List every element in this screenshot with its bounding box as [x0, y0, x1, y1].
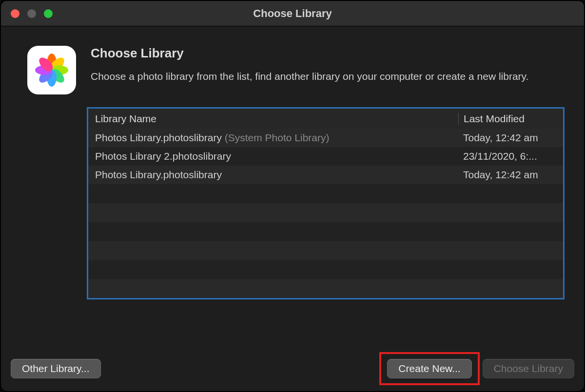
column-header-name[interactable]: Library Name [95, 113, 458, 125]
table-row[interactable]: Photos Library.photoslibrary (System Pho… [88, 129, 563, 147]
table-row-empty [88, 241, 563, 260]
table-row[interactable]: Photos Library.photoslibrary Today, 12:4… [88, 166, 563, 184]
table-row[interactable]: Photos Library 2.photoslibrary 23/11/202… [88, 147, 563, 166]
traffic-lights [1, 9, 53, 18]
choose-library-window: Choose Library [1, 1, 584, 391]
choose-library-button[interactable]: Choose Library [483, 359, 574, 378]
library-name-cell: Photos Library 2.photoslibrary [95, 150, 458, 162]
table-row-empty [88, 184, 563, 203]
dialog-title: Choose Library [91, 46, 565, 61]
library-table[interactable]: Library Name Last Modified Photos Librar… [87, 107, 565, 299]
library-modified-cell: Today, 12:42 am [458, 132, 556, 144]
table-row-empty [88, 260, 563, 279]
table-row-empty [88, 279, 563, 298]
minimize-window-button[interactable] [27, 9, 36, 18]
library-name-cell: Photos Library.photoslibrary (System Pho… [95, 132, 458, 144]
table-row-empty [88, 222, 563, 241]
library-modified-cell: Today, 12:42 am [458, 169, 556, 181]
table-row-empty [88, 203, 563, 222]
window-title: Choose Library [1, 7, 584, 20]
dialog-description: Choose a photo library from the list, fi… [91, 70, 539, 83]
photos-app-icon [27, 46, 76, 94]
maximize-window-button[interactable] [44, 9, 53, 18]
photos-flower-icon [33, 51, 71, 89]
library-name-cell: Photos Library.photoslibrary [95, 169, 458, 181]
create-new-button[interactable]: Create New... [387, 359, 471, 378]
other-library-button[interactable]: Other Library... [11, 359, 101, 378]
titlebar: Choose Library [1, 1, 584, 26]
close-window-button[interactable] [11, 9, 20, 18]
library-modified-cell: 23/11/2020, 6:... [458, 150, 556, 162]
column-header-modified[interactable]: Last Modified [458, 113, 556, 125]
table-header: Library Name Last Modified [88, 109, 563, 129]
